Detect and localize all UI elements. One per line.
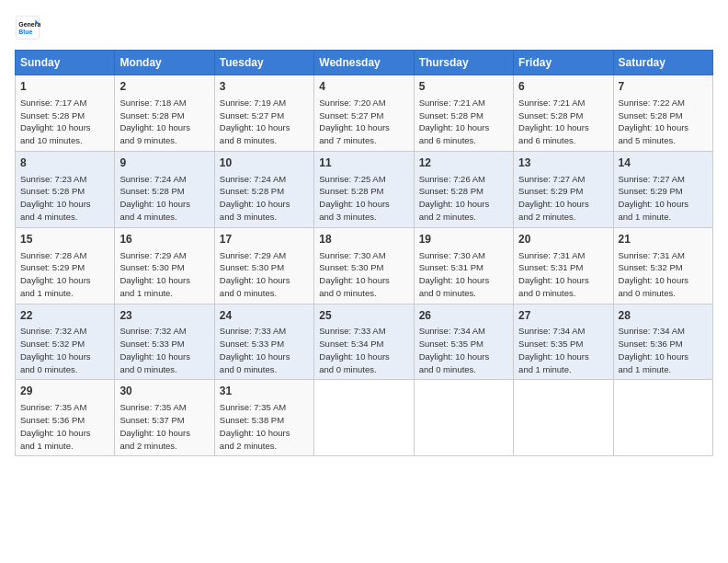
table-row: 11Sunrise: 7:25 AM Sunset: 5:28 PM Dayli… [314,151,414,227]
table-row: 28Sunrise: 7:34 AM Sunset: 5:36 PM Dayli… [613,304,712,380]
table-row [514,380,613,456]
logo: General Blue [15,15,44,40]
day-number: 10 [220,155,309,171]
col-saturday: Saturday [613,51,712,75]
table-row: 4Sunrise: 7:20 AM Sunset: 5:27 PM Daylig… [314,75,414,152]
day-detail: Sunrise: 7:29 AM Sunset: 5:30 PM Dayligh… [119,249,209,300]
table-row [414,380,513,456]
day-number: 31 [220,384,309,399]
day-detail: Sunrise: 7:35 AM Sunset: 5:36 PM Dayligh… [20,401,109,452]
table-row: 24Sunrise: 7:33 AM Sunset: 5:33 PM Dayli… [214,304,313,380]
day-number: 7 [619,79,708,95]
day-detail: Sunrise: 7:17 AM Sunset: 5:28 PM Dayligh… [20,97,109,147]
table-row: 26Sunrise: 7:34 AM Sunset: 5:35 PM Dayli… [414,304,513,380]
day-detail: Sunrise: 7:25 AM Sunset: 5:28 PM Dayligh… [319,173,408,224]
day-detail: Sunrise: 7:18 AM Sunset: 5:28 PM Dayligh… [119,97,209,147]
day-number: 28 [619,308,708,324]
day-detail: Sunrise: 7:21 AM Sunset: 5:28 PM Dayligh… [419,97,508,147]
col-monday: Monday [115,51,214,75]
day-number: 19 [419,232,508,247]
day-number: 18 [319,232,408,247]
table-row [314,380,414,456]
day-number: 22 [20,308,109,324]
day-detail: Sunrise: 7:32 AM Sunset: 5:33 PM Dayligh… [119,325,209,375]
day-number: 1 [20,79,109,95]
day-number: 6 [518,79,608,95]
day-number: 8 [20,155,109,171]
day-number: 27 [518,308,608,324]
day-number: 16 [119,232,209,247]
col-wednesday: Wednesday [314,51,414,75]
table-row: 2Sunrise: 7:18 AM Sunset: 5:28 PM Daylig… [115,75,214,152]
table-row: 31Sunrise: 7:35 AM Sunset: 5:38 PM Dayli… [214,380,313,456]
logo-icon: General Blue [15,15,40,40]
day-detail: Sunrise: 7:30 AM Sunset: 5:31 PM Dayligh… [419,249,508,300]
col-sunday: Sunday [16,51,115,75]
day-number: 21 [619,232,708,247]
svg-text:Blue: Blue [18,29,32,35]
table-row: 14Sunrise: 7:27 AM Sunset: 5:29 PM Dayli… [613,151,712,227]
table-row: 3Sunrise: 7:19 AM Sunset: 5:27 PM Daylig… [214,75,313,152]
day-detail: Sunrise: 7:30 AM Sunset: 5:30 PM Dayligh… [319,249,408,300]
day-detail: Sunrise: 7:23 AM Sunset: 5:28 PM Dayligh… [20,173,109,224]
col-tuesday: Tuesday [214,51,313,75]
day-detail: Sunrise: 7:27 AM Sunset: 5:29 PM Dayligh… [619,173,708,224]
day-number: 2 [119,79,209,95]
day-number: 30 [119,384,209,399]
day-number: 26 [419,308,508,324]
day-detail: Sunrise: 7:34 AM Sunset: 5:35 PM Dayligh… [518,325,608,375]
day-detail: Sunrise: 7:32 AM Sunset: 5:32 PM Dayligh… [20,325,109,375]
day-detail: Sunrise: 7:24 AM Sunset: 5:28 PM Dayligh… [119,173,209,224]
day-number: 29 [20,384,109,399]
day-detail: Sunrise: 7:19 AM Sunset: 5:27 PM Dayligh… [220,97,309,147]
table-row: 22Sunrise: 7:32 AM Sunset: 5:32 PM Dayli… [16,304,115,380]
day-detail: Sunrise: 7:34 AM Sunset: 5:36 PM Dayligh… [619,325,708,375]
day-number: 3 [220,79,309,95]
table-row: 8Sunrise: 7:23 AM Sunset: 5:28 PM Daylig… [16,151,115,227]
table-row: 20Sunrise: 7:31 AM Sunset: 5:31 PM Dayli… [514,227,613,304]
day-detail: Sunrise: 7:29 AM Sunset: 5:30 PM Dayligh… [220,249,309,300]
page-header: General Blue [15,15,713,40]
table-row: 27Sunrise: 7:34 AM Sunset: 5:35 PM Dayli… [514,304,613,380]
day-detail: Sunrise: 7:34 AM Sunset: 5:35 PM Dayligh… [419,325,508,375]
day-number: 17 [220,232,309,247]
table-row: 19Sunrise: 7:30 AM Sunset: 5:31 PM Dayli… [414,227,513,304]
table-row: 6Sunrise: 7:21 AM Sunset: 5:28 PM Daylig… [514,75,613,152]
table-row: 1Sunrise: 7:17 AM Sunset: 5:28 PM Daylig… [16,75,115,152]
day-number: 9 [119,155,209,171]
day-detail: Sunrise: 7:26 AM Sunset: 5:28 PM Dayligh… [419,173,508,224]
table-row: 15Sunrise: 7:28 AM Sunset: 5:29 PM Dayli… [16,227,115,304]
day-number: 20 [518,232,608,247]
day-detail: Sunrise: 7:33 AM Sunset: 5:33 PM Dayligh… [220,325,309,375]
table-row [613,380,712,456]
day-number: 12 [419,155,508,171]
day-number: 13 [518,155,608,171]
day-number: 24 [220,308,309,324]
table-row: 9Sunrise: 7:24 AM Sunset: 5:28 PM Daylig… [115,151,214,227]
col-thursday: Thursday [414,51,513,75]
svg-rect-0 [16,16,39,39]
day-detail: Sunrise: 7:33 AM Sunset: 5:34 PM Dayligh… [319,325,408,375]
table-row: 29Sunrise: 7:35 AM Sunset: 5:36 PM Dayli… [16,380,115,456]
day-detail: Sunrise: 7:21 AM Sunset: 5:28 PM Dayligh… [518,97,608,147]
table-row: 21Sunrise: 7:31 AM Sunset: 5:32 PM Dayli… [613,227,712,304]
table-row: 18Sunrise: 7:30 AM Sunset: 5:30 PM Dayli… [314,227,414,304]
day-detail: Sunrise: 7:20 AM Sunset: 5:27 PM Dayligh… [319,97,408,147]
day-detail: Sunrise: 7:22 AM Sunset: 5:28 PM Dayligh… [619,97,708,147]
day-detail: Sunrise: 7:24 AM Sunset: 5:28 PM Dayligh… [220,173,309,224]
calendar-table: Sunday Monday Tuesday Wednesday Thursday… [15,50,713,456]
table-row: 17Sunrise: 7:29 AM Sunset: 5:30 PM Dayli… [214,227,313,304]
day-number: 14 [619,155,708,171]
table-row: 16Sunrise: 7:29 AM Sunset: 5:30 PM Dayli… [115,227,214,304]
table-row: 23Sunrise: 7:32 AM Sunset: 5:33 PM Dayli… [115,304,214,380]
table-row: 10Sunrise: 7:24 AM Sunset: 5:28 PM Dayli… [214,151,313,227]
table-row: 5Sunrise: 7:21 AM Sunset: 5:28 PM Daylig… [414,75,513,152]
day-number: 25 [319,308,408,324]
day-number: 4 [319,79,408,95]
day-number: 5 [419,79,508,95]
day-number: 23 [119,308,209,324]
col-friday: Friday [514,51,613,75]
table-row: 25Sunrise: 7:33 AM Sunset: 5:34 PM Dayli… [314,304,414,380]
day-detail: Sunrise: 7:31 AM Sunset: 5:32 PM Dayligh… [619,249,708,300]
table-row: 7Sunrise: 7:22 AM Sunset: 5:28 PM Daylig… [613,75,712,152]
